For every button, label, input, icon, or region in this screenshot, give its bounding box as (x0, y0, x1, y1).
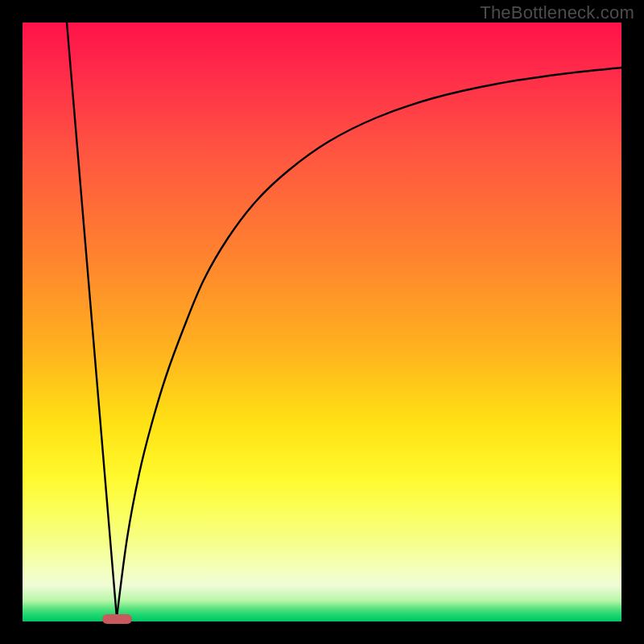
plot-area (23, 23, 621, 621)
curve-left-branch (67, 23, 117, 617)
watermark-text: TheBottleneck.com (480, 2, 634, 23)
outer-frame: TheBottleneck.com (0, 0, 644, 644)
optimal-point-marker (102, 614, 132, 624)
curve-right-branch (117, 68, 621, 617)
bottleneck-curve (23, 23, 621, 621)
